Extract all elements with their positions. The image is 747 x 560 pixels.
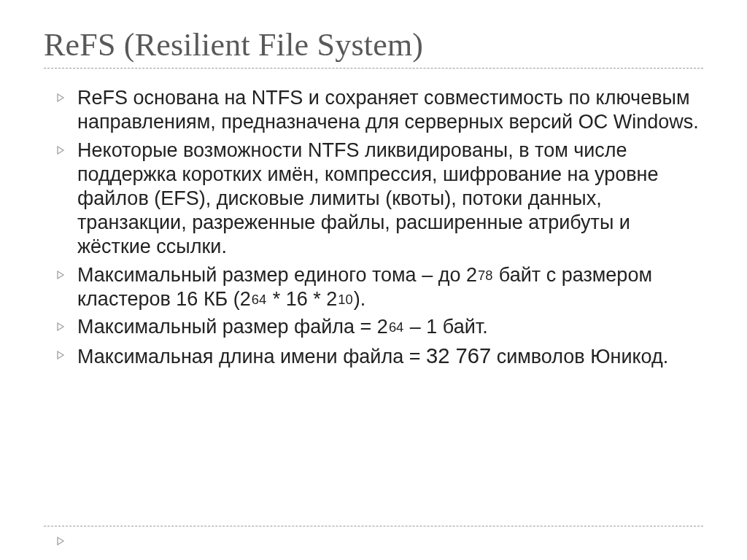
list-item: Максимальный размер единого тома – до 27…: [57, 263, 703, 311]
slide: ReFS (Resilient File System) ReFS основа…: [0, 0, 747, 560]
list-item: Максимальный размер файла = 264 – 1 байт…: [57, 315, 703, 339]
list-item-text: Некоторые возможности NTFS ликвидированы…: [77, 139, 703, 259]
list-item: Некоторые возможности NTFS ликвидированы…: [57, 139, 703, 259]
text-run: Максимальный размер единого тома – до 2: [77, 264, 477, 286]
bullet-icon: [57, 146, 77, 155]
text-run: ).: [354, 288, 366, 310]
list-item-text: Максимальный размер единого тома – до 27…: [77, 263, 703, 311]
page-title: ReFS (Resilient File System): [44, 26, 703, 69]
text-run: – 1 байт.: [404, 316, 487, 338]
text-run: ReFS основана на NTFS и сохраняет совмес…: [77, 87, 699, 133]
text-run: Некоторые возможности NTFS ликвидированы…: [77, 139, 659, 257]
text-run: Максимальный размер файла = 2: [77, 316, 388, 338]
list-item-text: ReFS основана на NTFS и сохраняет совмес…: [77, 86, 703, 134]
text-run: символов Юникод.: [491, 346, 668, 368]
divider: [44, 526, 703, 526]
superscript: 78: [477, 268, 493, 283]
list-item: ReFS основана на NTFS и сохраняет совмес…: [57, 86, 703, 134]
content-area: ReFS основана на NTFS и сохраняет совмес…: [44, 86, 703, 370]
text-run: Максимальная длина имени файла =: [77, 346, 426, 368]
superscript: 10: [337, 292, 353, 307]
superscript: 64: [388, 319, 404, 335]
footer-bullet-icon: [57, 537, 66, 545]
superscript: 64: [251, 292, 267, 307]
list-item-text: Максимальная длина имени файла = 32 767 …: [77, 343, 668, 370]
list-item: Максимальная длина имени файла = 32 767 …: [57, 343, 703, 370]
text-run-large: 32 767: [426, 344, 491, 368]
bullet-icon: [57, 271, 77, 279]
list-item-text: Максимальный размер файла = 264 – 1 байт…: [77, 315, 488, 339]
text-run: * 16 * 2: [267, 288, 337, 310]
bullet-icon: [57, 93, 77, 102]
bullet-icon: [57, 322, 77, 331]
bullet-icon: [57, 351, 77, 359]
